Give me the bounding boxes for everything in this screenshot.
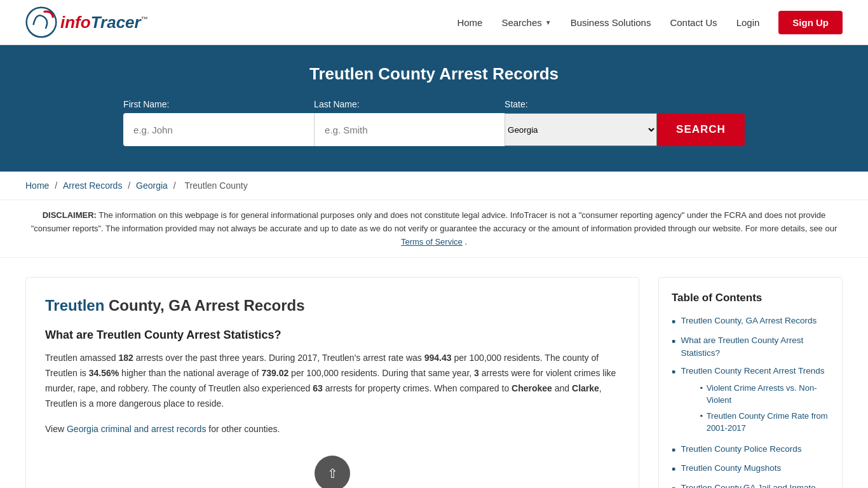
toc-item: ▪Treutlen County, GA Arrest Records <box>672 315 829 329</box>
search-button[interactable]: SEARCH <box>657 113 745 146</box>
toc-bullet-icon: ▪ <box>672 335 675 349</box>
toc-sub-item: ▪Treutlen County Crime Rate from 2001-20… <box>700 410 829 435</box>
p1-mid3: higher than the national average of <box>119 368 261 378</box>
stats-paragraph: Treutlen amassed 182 arrests over the pa… <box>45 351 620 411</box>
nav-home[interactable]: Home <box>457 17 482 28</box>
tos-link[interactable]: Terms of Service <box>401 237 463 247</box>
toc-item: ▪Treutlen County,GA Jail and Inmate Reco… <box>672 482 829 488</box>
p1-mid6: arrests for property crimes. When compar… <box>323 383 512 393</box>
logo-icon <box>25 6 57 38</box>
scroll-up-area: ⇧ <box>45 456 620 488</box>
last-name-group: Last Name: <box>314 99 505 146</box>
state-group: State: AlabamaAlaskaArizonaArkansasCalif… <box>505 99 657 146</box>
logo-info: info <box>60 13 91 32</box>
breadcrumb-treutlen-county: Treutlen County <box>185 180 248 191</box>
p2-pre: View <box>45 424 67 434</box>
breadcrumb-sep-2: / <box>128 180 133 191</box>
scroll-up-button[interactable]: ⇧ <box>315 456 350 488</box>
toc-link[interactable]: Treutlen County Mugshots <box>681 462 781 475</box>
toc-item: ▪Treutlen County Recent Arrest Trends▪Vi… <box>672 365 829 437</box>
p1-city1: Cherokee <box>512 383 552 393</box>
toc-link[interactable]: Treutlen County,GA Jail and Inmate Recor… <box>681 482 829 488</box>
toc-item: ▪Treutlen County Police Records <box>672 443 829 458</box>
toc-bullet-icon: ▪ <box>672 444 675 458</box>
article-heading-rest: County, GA Arrest Records <box>104 297 304 314</box>
disclaimer-text: The information on this webpage is for g… <box>31 210 837 233</box>
disclaimer-label: DISCLAIMER: <box>43 210 97 220</box>
toc-sub-item: ▪Violent Crime Arrests vs. Non-Violent <box>700 382 829 407</box>
breadcrumb: Home / Arrest Records / Georgia / Treutl… <box>0 172 868 200</box>
p1-city2: Clarke <box>572 383 599 393</box>
toc-sub-bullet-icon: ▪ <box>700 383 702 392</box>
site-header: infoTracer™ Home Searches ▼ Business Sol… <box>0 0 868 45</box>
georgia-records-link[interactable]: Georgia criminal and arrest records <box>67 424 206 434</box>
first-name-label: First Name: <box>123 99 169 109</box>
p1-num4: 3 <box>474 368 479 378</box>
p1-num3: 739.02 <box>261 368 288 378</box>
last-name-input[interactable] <box>314 113 505 146</box>
stats-heading: What are Treutlen County Arrest Statisti… <box>45 329 620 342</box>
first-name-group: First Name: <box>123 99 314 146</box>
article-heading-blue: Treutlen <box>45 297 104 314</box>
main-nav: Home Searches ▼ Business Solutions Conta… <box>457 11 843 34</box>
toc-link[interactable]: Treutlen County Recent Arrest Trends <box>681 365 829 377</box>
article-heading: Treutlen County, GA Arrest Records <box>45 297 620 315</box>
toc-sub-bullet-icon: ▪ <box>700 411 702 420</box>
p2-post: for other counties. <box>206 424 280 434</box>
nav-contact-us[interactable]: Contact Us <box>670 17 717 28</box>
first-name-input[interactable] <box>123 113 314 146</box>
signup-button[interactable]: Sign Up <box>778 11 843 34</box>
last-name-label: Last Name: <box>314 99 360 109</box>
disclaimer-period: . <box>465 237 467 247</box>
p1-and: and <box>552 383 572 393</box>
p1-mid4: per 100,000 residents. During that same … <box>288 368 474 378</box>
p1-num5: 63 <box>313 383 323 393</box>
table-of-contents: Table of Contents ▪Treutlen County, GA A… <box>658 277 843 488</box>
nav-login[interactable]: Login <box>736 17 760 28</box>
breadcrumb-sep-1: / <box>55 180 60 191</box>
breadcrumb-home[interactable]: Home <box>25 180 49 191</box>
p1-mid1: arrests over the past three years. Durin… <box>133 353 424 363</box>
logo-tm: ™ <box>141 15 148 23</box>
toc-link[interactable]: Treutlen County Police Records <box>681 443 801 456</box>
toc-sublist: ▪Violent Crime Arrests vs. Non-Violent▪T… <box>693 382 829 438</box>
toc-sub-link[interactable]: Violent Crime Arrests vs. Non-Violent <box>707 382 829 407</box>
toc-bullet-icon: ▪ <box>672 365 675 379</box>
toc-bullet-icon: ▪ <box>672 482 675 488</box>
p1-num1: 182 <box>118 353 133 363</box>
page-title: Treutlen County Arrest Records <box>25 64 843 84</box>
p1-num2: 994.43 <box>424 353 452 363</box>
main-content: Treutlen County, GA Arrest Records What … <box>0 258 868 488</box>
toc-heading: Table of Contents <box>672 292 829 304</box>
logo-tracer: Tracer <box>91 13 141 32</box>
breadcrumb-georgia[interactable]: Georgia <box>136 180 168 191</box>
breadcrumb-sep-3: / <box>173 180 179 191</box>
search-form: First Name: Last Name: State: AlabamaAla… <box>53 99 815 146</box>
svg-point-0 <box>27 8 57 37</box>
toc-list: ▪Treutlen County, GA Arrest Records▪What… <box>672 315 829 488</box>
breadcrumb-arrest-records[interactable]: Arrest Records <box>63 180 122 191</box>
toc-link[interactable]: What are Treutlen County Arrest Statisti… <box>681 334 829 360</box>
p1-pre: Treutlen amassed <box>45 353 118 363</box>
chevron-down-icon: ▼ <box>545 19 552 26</box>
p1-pct: 34.56% <box>89 368 119 378</box>
toc-bullet-icon: ▪ <box>672 315 675 329</box>
logo-text: infoTracer™ <box>60 14 148 30</box>
toc-bullet-icon: ▪ <box>672 463 675 477</box>
state-label: State: <box>505 99 528 109</box>
hero-section: Treutlen County Arrest Records First Nam… <box>0 45 868 172</box>
paragraph2: View Georgia criminal and arrest records… <box>45 422 620 437</box>
toc-item: ▪Treutlen County Mugshots <box>672 462 829 477</box>
toc-item: ▪What are Treutlen County Arrest Statist… <box>672 334 829 360</box>
state-select[interactable]: AlabamaAlaskaArizonaArkansasCaliforniaCo… <box>505 113 657 146</box>
disclaimer-section: DISCLAIMER: The information on this webp… <box>0 200 868 258</box>
nav-business-solutions[interactable]: Business Solutions <box>571 17 651 28</box>
toc-link[interactable]: Treutlen County, GA Arrest Records <box>681 315 817 327</box>
content-left: Treutlen County, GA Arrest Records What … <box>25 277 639 488</box>
nav-searches[interactable]: Searches ▼ <box>501 17 551 28</box>
logo-area: infoTracer™ <box>25 6 148 38</box>
toc-sub-link[interactable]: Treutlen County Crime Rate from 2001-201… <box>707 410 829 435</box>
